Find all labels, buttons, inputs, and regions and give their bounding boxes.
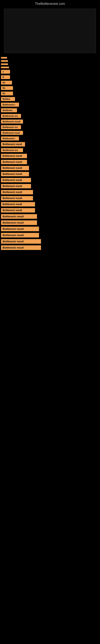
bottleneck-result-bar[interactable]: B [1, 75, 10, 79]
result-item: Bottleneck result [1, 245, 99, 250]
result-item: Bottleneck result [1, 120, 99, 124]
bottleneck-result-bar[interactable]: Bo [1, 81, 12, 84]
result-item: Bottleneck result [1, 239, 99, 244]
bottleneck-result-bar[interactable]: Bottleneck result [1, 178, 31, 182]
result-item: Bottleneck result [1, 208, 99, 212]
bottleneck-result-bar[interactable]: Bottleneck res [1, 114, 21, 118]
bottleneck-result-bar[interactable]: Bottleneck resul [1, 131, 23, 135]
result-item: Bottlen [1, 97, 99, 101]
bottleneck-result-bar[interactable]: Bottleneck result [1, 142, 25, 146]
bottleneck-result-bar[interactable]: Bottleneck result [1, 239, 41, 244]
result-item: Bo [1, 86, 99, 90]
bottleneck-result-bar[interactable] [1, 64, 8, 65]
bottleneck-result-bar[interactable]: Bottleneck res [1, 125, 21, 129]
bottleneck-result-bar[interactable]: Bottleneck result [1, 184, 31, 188]
bottleneck-result-bar[interactable]: s [1, 70, 10, 74]
result-item: Bottleneck res [1, 125, 99, 129]
result-item: Bottleneck result [1, 233, 99, 238]
result-item [1, 57, 99, 58]
bottleneck-result-bar[interactable]: Bottleneck result [1, 208, 35, 212]
bottleneck-result-bar[interactable]: Bottleneck result [1, 154, 27, 158]
result-item: s [1, 70, 99, 74]
bottleneck-result-bar[interactable]: Bottleneck result [1, 196, 33, 200]
site-title: TheBottlenecker.com [0, 0, 100, 7]
result-item: Bottleneck res [1, 148, 99, 152]
result-item: Bottleneck result [1, 226, 99, 231]
bottleneck-result-bar[interactable]: Bottleneck result [1, 226, 39, 231]
result-item: Bottleneck result [1, 160, 99, 164]
result-item [1, 66, 99, 68]
bottleneck-result-bar[interactable]: Bottleneck result [1, 190, 33, 194]
result-item: Bottleneck result [1, 154, 99, 158]
result-item: Bottleneck result [1, 184, 99, 188]
result-item: Bottleneck result [1, 190, 99, 194]
bottleneck-result-bar[interactable]: Bottleneck r [1, 103, 19, 107]
bottleneck-result-bar[interactable]: Bottleneck result [1, 202, 35, 206]
result-item: Bottleneck result [1, 142, 99, 146]
result-item: Bottlenec [1, 108, 99, 112]
bottleneck-result-bar[interactable] [1, 60, 8, 62]
result-item: Bottleneck resul [1, 131, 99, 135]
result-item: Bottleneck result [1, 202, 99, 206]
result-item: Bottleneck result [1, 166, 99, 170]
bottleneck-result-bar[interactable]: Bottlen [1, 97, 15, 101]
bottleneck-result-bar[interactable] [1, 66, 9, 68]
result-item: Bottleneck result [1, 196, 99, 200]
bottleneck-result-bar[interactable] [1, 57, 7, 58]
bottleneck-result-bar[interactable]: Bo [1, 92, 13, 96]
result-item: Bo [1, 81, 99, 84]
bottleneck-result-bar[interactable]: Bottleneck result [1, 160, 27, 164]
result-item [1, 64, 99, 65]
result-item: Bottleneck result [1, 214, 99, 219]
result-item [1, 60, 99, 62]
bottleneck-result-bar[interactable]: Bottleneck result [1, 220, 37, 225]
results-container: sBBoBoBoBottlenBottleneck rBottlenecBott… [0, 55, 100, 254]
result-item: Bottleneck result [1, 178, 99, 182]
result-item: Bo [1, 92, 99, 96]
result-item: Bottleneck result [1, 220, 99, 225]
bottleneck-result-bar[interactable]: Bottlenec [1, 108, 17, 112]
bottleneck-result-bar[interactable]: Bo [1, 86, 13, 90]
result-item: Bottleneck res [1, 114, 99, 118]
result-item: B [1, 75, 99, 79]
bottleneck-result-bar[interactable]: Bottleneck result [1, 245, 41, 250]
chart-area [4, 9, 96, 53]
bottleneck-result-bar[interactable]: Bottleneck r [1, 136, 19, 140]
result-item: Bottleneck result [1, 172, 99, 176]
result-item: Bottleneck r [1, 136, 99, 140]
bottleneck-result-bar[interactable]: Bottleneck result [1, 120, 23, 124]
result-item: Bottleneck r [1, 103, 99, 107]
bottleneck-result-bar[interactable]: Bottleneck result [1, 233, 39, 238]
page-wrapper: TheBottlenecker.com sBBoBoBoBottlenBottl… [0, 0, 100, 254]
bottleneck-result-bar[interactable]: Bottleneck res [1, 148, 23, 152]
bottleneck-result-bar[interactable]: Bottleneck result [1, 166, 29, 170]
bottleneck-result-bar[interactable]: Bottleneck result [1, 214, 37, 219]
bottleneck-result-bar[interactable]: Bottleneck result [1, 172, 29, 176]
